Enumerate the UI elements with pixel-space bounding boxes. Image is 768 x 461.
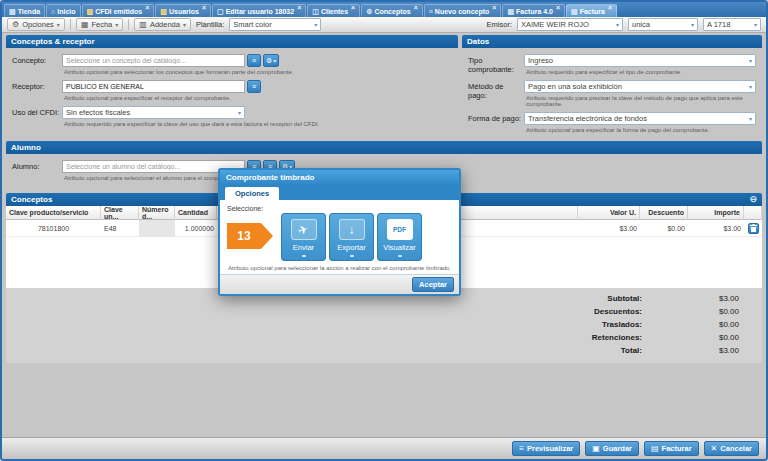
send-icon: ✈ (291, 219, 317, 240)
panel-header: Alumno (6, 141, 762, 154)
exportar-button[interactable]: ↓ Exportar (329, 213, 374, 261)
tab-label: CFDI emitidos (95, 8, 142, 15)
cell-clave-unidad: E48 (101, 220, 139, 237)
opciones-label: Opciones (22, 20, 54, 29)
tab-nuevo-concepto[interactable]: ≡ Nuevo concepto × (424, 4, 502, 17)
subtotal-value: $3.00 (642, 294, 739, 303)
plantilla-select[interactable]: Smart color ▾ (229, 18, 321, 31)
addenda-icon: ▥ (139, 20, 147, 29)
tab-conceptos[interactable]: ⚙ Conceptos × (361, 4, 423, 17)
trash-icon (750, 224, 757, 232)
panel-datos: Datos Tipo comprobante: Ingreso ▾ Atribu… (462, 35, 762, 138)
close-icon[interactable]: × (556, 5, 560, 11)
column-numero[interactable]: Número d... (139, 206, 175, 220)
panel-title: Conceptos (11, 195, 52, 204)
guardar-button[interactable]: ▣ Guardar (585, 441, 639, 456)
receptor-catalog-button[interactable]: ≡ (247, 80, 261, 93)
chevron-down-icon: ▾ (238, 109, 241, 116)
toolbar: ⚙ Opciones ▾ ▦ Fecha ▾ ▥ Addenda ▾ Plant… (2, 17, 766, 33)
totals-section: Subtotal: $3.00 Descuentos: $0.00 Trasla… (6, 288, 762, 363)
cancelar-button[interactable]: ✕ Cancelar (704, 441, 759, 456)
facturar-button[interactable]: ▤ Facturar (644, 441, 699, 456)
dialog-tab-strip: Opciones (220, 185, 459, 200)
column-cantidad[interactable]: Cantidad (175, 206, 217, 220)
visualizar-button[interactable]: PDF Visualizar (377, 213, 422, 261)
tab-usuarios[interactable]: ▨ Usuarios × (155, 4, 211, 17)
opciones-button[interactable]: ⚙ Opciones ▾ (7, 18, 65, 31)
close-icon[interactable]: × (351, 5, 355, 11)
dialog-body: Seleccione: 13 ✈ Enviar ↓ Exportar PDF (220, 200, 459, 274)
tab-bar: ▤ Tienda ⌂ Inicio ▨ CFDI emitidos × ▨ Us… (2, 2, 766, 17)
uso-cfdi-select[interactable]: Sin efectos fiscales ▾ (62, 106, 245, 119)
aceptar-label: Aceptar (419, 280, 447, 289)
close-icon[interactable]: × (202, 5, 206, 11)
dialog-footer: Aceptar (220, 274, 459, 294)
sucursal-value: unica (632, 20, 650, 29)
serie-select[interactable]: A 1718 ▾ (703, 18, 761, 31)
close-icon[interactable]: × (297, 5, 301, 11)
fecha-label: Fecha (91, 20, 112, 29)
delete-row-button[interactable] (748, 223, 759, 234)
column-valor-u[interactable]: Valor U. (578, 206, 640, 220)
close-icon[interactable]: × (145, 5, 149, 11)
toolbar-separator (128, 19, 129, 30)
tab-factura[interactable]: ▤ Factura × (566, 4, 617, 17)
forma-pago-select[interactable]: Transferencia electrónica de fondos ▾ (524, 112, 756, 125)
tipo-comprobante-select[interactable]: Ingreso ▾ (524, 54, 756, 67)
forma-pago-help: Atributo opcional para especificar la fo… (526, 127, 756, 133)
emisor-select[interactable]: XAIME WEIR ROJO ▾ (517, 18, 623, 31)
toolbar-separator (70, 19, 71, 30)
receptor-label: Receptor: (6, 80, 62, 104)
exportar-label: Exportar (337, 243, 365, 252)
store-icon: ▤ (9, 8, 16, 15)
save-icon: ▣ (592, 444, 600, 453)
traslados-value: $0.00 (642, 320, 739, 329)
document-icon: ≡ (252, 57, 256, 64)
column-descuento[interactable]: Descuento (640, 206, 688, 220)
column-clave-unidad[interactable]: Clave un... (101, 206, 139, 220)
column-importe[interactable]: Importe (688, 206, 744, 220)
previsualizar-button[interactable]: ≡ Previsualizar (512, 441, 580, 456)
folder-icon: ▨ (160, 8, 167, 15)
addenda-button[interactable]: ▥ Addenda ▾ (134, 18, 191, 31)
tab-cfdi-emitidos[interactable]: ▨ CFDI emitidos × (82, 4, 155, 17)
fecha-button[interactable]: ▦ Fecha ▾ (76, 18, 123, 31)
chevron-down-icon: ▾ (754, 21, 757, 28)
enviar-button[interactable]: ✈ Enviar (281, 213, 326, 261)
collapse-icon[interactable]: ⊖ (749, 195, 757, 204)
forma-pago-label: Forma de pago: (462, 112, 524, 136)
tab-opciones[interactable]: Opciones (225, 187, 279, 200)
tab-tienda[interactable]: ▤ Tienda (4, 4, 45, 17)
close-icon[interactable]: × (608, 5, 612, 11)
folder-icon: ▨ (87, 8, 94, 15)
tab-editar-usuario[interactable]: ▢ Editar usuario 18032 × (212, 4, 306, 17)
panel-title: Conceptos & receptor (11, 37, 95, 46)
tab-label: Factura (580, 8, 605, 15)
emisor-label: Emisor: (487, 20, 512, 29)
uso-cfdi-value: Sin efectos fiscales (66, 108, 130, 117)
cancelar-label: Cancelar (720, 444, 752, 453)
aceptar-button[interactable]: Aceptar (412, 277, 454, 292)
tab-inicio[interactable]: ⌂ Inicio (46, 4, 81, 17)
column-clave-producto[interactable]: Clave producto/servicio (6, 206, 101, 220)
total-value: $3.00 (642, 346, 739, 355)
receptor-input[interactable] (62, 80, 245, 93)
panel-header: Conceptos & receptor (6, 35, 458, 48)
close-icon[interactable]: × (492, 5, 496, 11)
metodo-pago-select[interactable]: Pago en una sola exhibición ▾ (524, 80, 756, 93)
tab-label: Editar usuario 18032 (226, 8, 294, 15)
chevron-down-icon: ▾ (273, 57, 276, 64)
tab-label: Conceptos (374, 8, 410, 15)
concepto-input[interactable] (62, 54, 245, 67)
concepto-catalog-button[interactable]: ≡ (247, 54, 261, 67)
tab-factura-40[interactable]: ▤ Factura 4.0 × (502, 4, 565, 17)
seleccione-label: Seleccione: (227, 205, 452, 212)
concepto-help: Atributo opcional para seleccionar los c… (64, 69, 293, 75)
home-icon: ⌂ (51, 8, 55, 15)
concepto-options-button[interactable]: ⚙ ▾ (263, 54, 279, 67)
indicator-dot (302, 255, 306, 257)
close-icon[interactable]: × (414, 5, 418, 11)
retenciones-label: Retenciones: (6, 333, 642, 342)
sucursal-select[interactable]: unica ▾ (628, 18, 698, 31)
tab-clientes[interactable]: ◫ Clientes × (307, 4, 360, 17)
